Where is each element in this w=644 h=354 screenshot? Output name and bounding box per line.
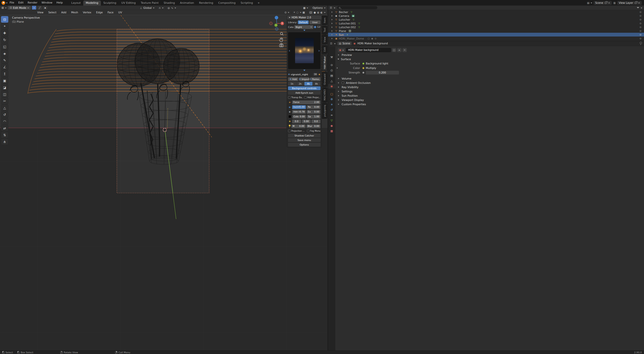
render-visibility-icon[interactable]: ⊙: [375, 37, 377, 40]
new-datablock-icon[interactable]: +: [397, 48, 401, 52]
menu-face[interactable]: Face: [106, 10, 115, 15]
shading-chevron-icon[interactable]: [324, 12, 326, 14]
hide-eye-icon[interactable]: ⊙: [639, 14, 641, 17]
filter-chevron-icon[interactable]: [641, 8, 642, 9]
add-workspace-button[interactable]: +: [255, 1, 262, 6]
favorite-star-icon[interactable]: ★: [318, 73, 320, 76]
tab-tool[interactable]: ⚒: [328, 55, 335, 60]
ambient-occlusion-checkbox[interactable]: [342, 82, 344, 84]
strength-field[interactable]: 0.200: [366, 71, 399, 75]
expand-icon[interactable]: [332, 11, 333, 13]
blender-logo-icon[interactable]: [2, 1, 5, 5]
outliner-search-input[interactable]: [337, 6, 377, 9]
unlink-scene-icon[interactable]: [608, 2, 610, 4]
menu-vertex[interactable]: Vertex: [81, 10, 93, 15]
tab-physics[interactable]: ↺: [328, 108, 335, 112]
tab-constraints[interactable]: ∞: [328, 113, 335, 118]
holdout-icon[interactable]: ▢: [368, 37, 370, 40]
shadow-catcher-button[interactable]: Shadow Catcher: [288, 134, 320, 137]
options-label[interactable]: Options: [312, 6, 323, 9]
section-viewport-display[interactable]: Viewport Display: [335, 98, 644, 102]
options-extra-chevron-icon[interactable]: [307, 8, 308, 9]
outliner-row-becher[interactable]: ▽ Becher ▽ ⊙: [328, 10, 644, 14]
fake-user-shield-icon[interactable]: ▢: [392, 48, 396, 52]
menu-edit[interactable]: Edit: [16, 0, 25, 6]
gizmo-y-pos[interactable]: [274, 24, 277, 27]
workspace-tab-animation[interactable]: Animation: [177, 1, 196, 6]
mirror-field[interactable]: M0.00: [291, 124, 306, 128]
scene-selector[interactable]: Scene: [593, 1, 612, 5]
outliner-editor-icon[interactable]: ☰: [330, 6, 332, 9]
add-synch-sun-button[interactable]: Add-Synch sun: [288, 91, 320, 95]
resolution-4k[interactable]: 4k: [304, 82, 313, 86]
tool-knife[interactable]: ✂: [1, 98, 8, 104]
proportional-edit-icon[interactable]: ◎: [168, 7, 170, 9]
editor-type-3d-icon[interactable]: ▧: [2, 6, 4, 9]
resolution-2k[interactable]: 2k: [296, 82, 305, 86]
tab-particles[interactable]: ✳: [328, 102, 335, 107]
outliner-row-plane[interactable]: ▽ Plane ▽ ⊙: [328, 29, 644, 33]
workspace-tab-shading[interactable]: Shading: [161, 1, 178, 6]
filter-icon[interactable]: [637, 7, 639, 10]
blur-field[interactable]: Blur0.00: [306, 124, 321, 128]
overlays-toggle-icon[interactable]: ◌: [296, 11, 299, 14]
section-preview[interactable]: Preview: [335, 53, 644, 57]
workspace-tab-modeling[interactable]: Modeling: [83, 1, 101, 6]
falloff-chevron-icon[interactable]: [175, 8, 176, 9]
sidebar-tab-item[interactable]: Item: [322, 16, 327, 25]
tab-output[interactable]: ⎙: [328, 68, 335, 73]
exposure-field[interactable]: Ex0.00: [307, 110, 320, 114]
tool-poly-build[interactable]: △: [1, 104, 8, 111]
color-swatch[interactable]: [288, 115, 291, 118]
workspace-tab-compositing[interactable]: Compositing: [216, 1, 238, 6]
expand-icon[interactable]: [332, 30, 333, 32]
tool-edge-slide[interactable]: ⇄: [1, 125, 8, 131]
hdri-preview-image[interactable]: [295, 38, 314, 63]
workspace-tab-sculpting[interactable]: Sculpting: [101, 1, 119, 6]
outliner-row-lutscher[interactable]: ▽ Lutscher ▽ ⊙: [328, 18, 644, 21]
tool-rotate[interactable]: ↻: [1, 37, 8, 43]
section-custom-properties[interactable]: Custom Properties: [335, 102, 644, 106]
outliner-row-camera[interactable]: ◉ Camera ◉ ⊙: [328, 14, 644, 18]
color-field[interactable]: Colo0.00: [292, 115, 306, 119]
outliner-row-sun[interactable]: ☀ Sun ☀ ⊙: [328, 33, 644, 37]
sidebar-tab-edit[interactable]: Edit: [322, 45, 327, 54]
expand-icon[interactable]: [332, 15, 333, 17]
outliner-row-lutscher-002[interactable]: ▽ Lutscher.002 ▽ ⊙: [328, 25, 644, 29]
outliner-editor-chevron-icon[interactable]: [334, 8, 335, 9]
section-settings[interactable]: Settings: [335, 89, 644, 93]
orientation-chevron-icon[interactable]: [153, 8, 154, 9]
tab-texture[interactable]: ▦: [328, 129, 335, 133]
color-value[interactable]: Multiply: [363, 66, 376, 69]
expand-icon[interactable]: [332, 34, 333, 36]
tab-view-layer[interactable]: ▤: [328, 73, 335, 78]
tool-smooth[interactable]: ◠: [1, 118, 8, 125]
edge-select-mode-button[interactable]: ╱: [37, 6, 42, 10]
unlink-datablock-icon[interactable]: [403, 48, 407, 52]
background-controls-button[interactable]: Background controls: [288, 86, 320, 90]
tab-scene[interactable]: △: [328, 79, 335, 83]
location-z-field[interactable]: 0.0: [311, 120, 320, 123]
section-sun-position[interactable]: Sun Position: [335, 93, 644, 98]
xray-toggle-icon[interactable]: ▩: [303, 7, 305, 9]
category-dropdown[interactable]: Night: [294, 25, 313, 29]
xray-icon[interactable]: ▩: [303, 11, 305, 14]
view-layer-selector[interactable]: View Layer: [617, 1, 642, 5]
saturation-field[interactable]: Sa1.00: [307, 115, 321, 119]
add-hdri-button[interactable]: ⊕Add: [288, 77, 298, 81]
sidebar-tab-tool[interactable]: Tool: [322, 26, 327, 34]
remove-hdri-button[interactable]: ⊕Remo...: [310, 77, 320, 81]
sidebar-tab-machin3[interactable]: MACHIN3: [322, 87, 327, 102]
options-button[interactable]: Options: [288, 143, 320, 147]
tab-world[interactable]: ◉: [328, 84, 335, 89]
expand-icon[interactable]: [332, 19, 333, 20]
sidebar-tab-view[interactable]: View: [322, 35, 327, 45]
tab-render[interactable]: ⊙: [328, 63, 335, 67]
breadcrumb-scene[interactable]: ▤ Scene: [337, 42, 352, 45]
hide-eye-icon[interactable]: ⊙: [639, 11, 641, 13]
new-scene-icon[interactable]: [605, 2, 607, 4]
section-ambient-occlusion[interactable]: Ambient Occlusion: [335, 81, 644, 85]
workspace-tab-texture-paint[interactable]: Texture Paint: [138, 1, 161, 6]
tab-modifiers[interactable]: ⚙: [328, 97, 335, 102]
orientation-label[interactable]: Global: [143, 6, 152, 9]
